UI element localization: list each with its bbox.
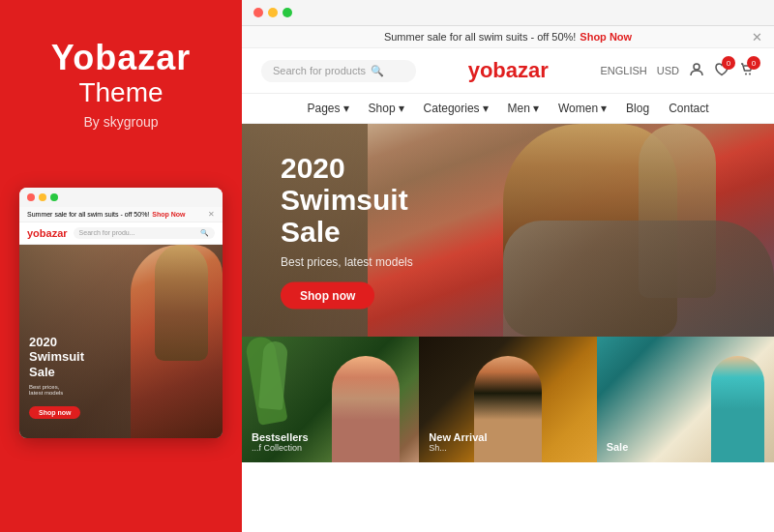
mini-search-icon: 🔍 [200,229,209,237]
grid-item-bestsellers[interactable]: Bestsellers ...f Collection [242,337,419,462]
browser-chrome [242,0,774,26]
mini-search-box[interactable]: Search for produ... 🔍 [74,227,215,239]
mini-hero-content: 2020SwimsuitSale Best prices,latest mode… [29,335,84,419]
mini-browser-bar [19,188,223,207]
nav-categories[interactable]: Categories ▾ [424,102,489,115]
mini-dot-green [50,193,58,201]
mini-hero-section: 2020SwimsuitSale Best prices,latest mode… [19,245,223,438]
hero-desc: Best prices, latest models [281,255,413,269]
svg-point-1 [745,74,747,75]
nav-blog-label: Blog [626,102,649,115]
mini-shop-now-link[interactable]: Shop Now [152,211,185,218]
browser-dot-yellow [268,8,278,17]
mini-hero-hair [155,245,208,361]
main-logo: yobazar [416,58,600,83]
nav-women-label: Women [558,102,598,115]
hero-section: 2020 Swimsuit Sale Best prices, latest m… [242,124,774,337]
nav-contact-label: Contact [669,102,708,115]
hero-shop-btn[interactable]: Shop now [281,282,374,310]
mini-announcement-bar: Summer sale for all swim suits - off 50%… [19,207,223,222]
mini-header: yobazar Search for produ... 🔍 [19,222,223,245]
hero-title: 2020 Swimsuit Sale [281,152,413,248]
mini-logo-first: yo [27,227,40,239]
mini-dot-yellow [39,193,46,201]
cart-badge: 0 [747,56,760,70]
nav-men-arrow: ▾ [533,102,539,115]
hero-rocks [503,221,774,337]
mini-logo: yobazar [27,227,68,239]
mini-shop-btn[interactable]: Shop now [29,406,80,419]
left-panel: Yobazar Theme By skygroup Summer sale fo… [0,0,242,532]
announcement-text: Summer sale for all swim suits - off 50%… [384,31,576,43]
header-actions: ENGLISH USD 0 0 [600,62,755,79]
nav-shop-label: Shop [369,102,396,115]
nav-pages[interactable]: Pages ▾ [308,102,349,115]
right-panel: Summer sale for all swim suits - off 50%… [242,0,774,532]
search-placeholder: Search for products [273,65,366,76]
browser-dot-green [283,8,292,17]
browser-dot-red [253,8,263,17]
announcement-bar: Summer sale for all swim suits - off 50%… [242,26,774,48]
grid-person-3 [711,356,764,462]
nav-shop-arrow: ▾ [399,102,404,115]
nav-pages-label: Pages [308,102,341,115]
nav-women-arrow: ▾ [601,102,607,115]
mini-browser-mockup: Summer sale for all swim suits - off 50%… [19,188,223,438]
brand-by: By skygroup [51,114,191,130]
search-box[interactable]: Search for products 🔍 [261,60,416,82]
mini-hero-title: 2020SwimsuitSale [29,335,84,380]
product-grid: Bestsellers ...f Collection New Arrival … [242,337,774,462]
grid-label-bestsellers: Bestsellers ...f Collection [252,431,309,453]
nav-contact[interactable]: Contact [669,102,708,115]
nav-pages-arrow: ▾ [343,102,349,115]
mini-close-icon[interactable]: ✕ [208,210,215,219]
brand-subtitle: Theme [51,77,191,108]
nav-categories-label: Categories [424,102,480,115]
nav-men[interactable]: Men ▾ [508,102,539,115]
grid-label-sale: Sale [607,441,629,453]
nav-blog[interactable]: Blog [626,102,649,115]
main-header: Search for products 🔍 yobazar ENGLISH US… [242,48,774,94]
nav-categories-arrow: ▾ [483,102,489,115]
logo-first: yo [468,58,493,82]
nav-shop[interactable]: Shop ▾ [369,102,404,115]
svg-point-2 [749,74,751,75]
grid-label-new-arrival: New Arrival Sh... [429,431,487,453]
cart-icon-btn[interactable]: 0 [739,62,755,79]
currency-selector[interactable]: USD [657,65,679,76]
nav-men-label: Men [508,102,530,115]
grid-item-sale[interactable]: Sale [597,337,774,462]
mini-dot-red [27,193,35,201]
mini-search-text: Search for produ... [79,229,135,236]
hero-content: 2020 Swimsuit Sale Best prices, latest m… [281,152,413,310]
announcement-shop-link[interactable]: Shop Now [580,31,632,43]
wishlist-icon-btn[interactable]: 0 [714,62,729,79]
svg-point-0 [694,64,700,70]
nav-women[interactable]: Women ▾ [558,102,607,115]
logo-accent: bazar [492,58,548,82]
wishlist-badge: 0 [722,56,735,70]
main-nav: Pages ▾ Shop ▾ Categories ▾ Men ▾ Women … [242,94,774,124]
grid-item-new-arrival[interactable]: New Arrival Sh... [419,337,596,462]
language-selector[interactable]: ENGLISH [600,65,646,76]
user-icon-btn[interactable] [689,62,704,79]
announcement-close-icon[interactable]: ✕ [752,30,762,44]
mini-announcement-text: Summer sale for all swim suits - off 50%… [27,211,149,218]
brand-title: Yobazar [51,39,191,77]
grid-person-1 [332,356,400,462]
mini-hero-desc: Best prices,latest models [29,384,84,396]
search-icon: 🔍 [371,65,384,77]
mini-logo-second: bazar [40,227,68,239]
